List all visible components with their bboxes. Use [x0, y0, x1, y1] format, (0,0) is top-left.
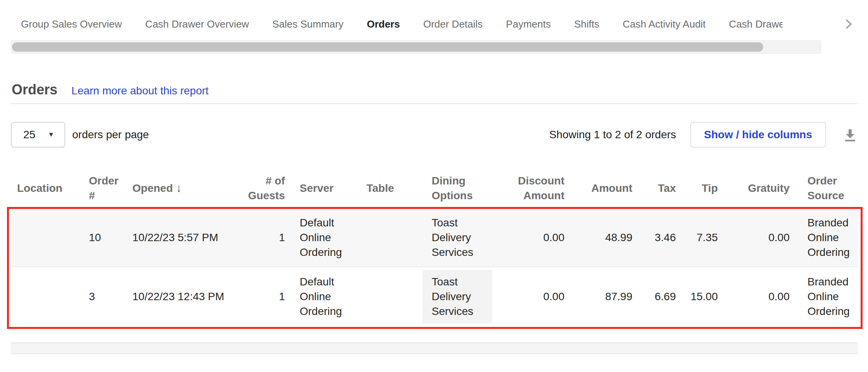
- report-tab-bar: Group Sales Overview Cash Drawer Overvie…: [11, 15, 857, 33]
- cell-table: [361, 267, 404, 326]
- page-title: Orders: [12, 82, 57, 98]
- cell-discount-amount: 0.00: [492, 267, 571, 326]
- col-header-order-source[interactable]: Order Source: [796, 168, 858, 209]
- cell-opened: 10/22/23 5:57 PM: [126, 209, 241, 267]
- tab-sales-summary[interactable]: Sales Summary: [272, 18, 344, 30]
- tab-cash-drawer-overview[interactable]: Cash Drawer Overview: [145, 18, 249, 30]
- cell-discount-amount: 0.00: [492, 209, 571, 267]
- cell-table: [361, 209, 404, 267]
- cell-server: Default Online Ordering: [291, 209, 361, 267]
- col-header-amount[interactable]: Amount: [571, 168, 639, 209]
- learn-more-link[interactable]: Learn more about this report: [71, 85, 208, 97]
- tab-order-details[interactable]: Order Details: [423, 18, 483, 30]
- orders-report-page: Group Sales Overview Cash Drawer Overvie…: [0, 0, 868, 354]
- table-header-row: Location Order # Opened↓ # of Guests Ser…: [11, 168, 858, 209]
- cell-tax: 3.46: [639, 209, 682, 267]
- page-size-suffix-label: orders per page: [72, 129, 149, 141]
- col-header-server[interactable]: Server: [291, 168, 361, 209]
- show-hide-columns-button[interactable]: Show / hide columns: [690, 122, 826, 148]
- chevron-right-icon: [841, 16, 856, 32]
- cell-order-source: Branded Online Ordering: [796, 209, 858, 267]
- orders-table-wrapper: Location Order # Opened↓ # of Guests Ser…: [11, 168, 858, 326]
- cell-tip: 7.35: [682, 209, 724, 267]
- col-header-tip[interactable]: Tip: [682, 168, 724, 209]
- col-header-opened[interactable]: Opened↓: [126, 168, 241, 209]
- table-toolbar: 25 ▼ orders per page Showing 1 to 2 of 2…: [11, 122, 858, 148]
- tab-payments[interactable]: Payments: [506, 18, 551, 30]
- tabs-scroll-right-button[interactable]: [840, 16, 857, 33]
- orders-table: Location Order # Opened↓ # of Guests Ser…: [11, 168, 858, 326]
- highlighted-cell-value: Toast Delivery Services: [422, 270, 492, 323]
- tab-group-sales-overview[interactable]: Group Sales Overview: [21, 18, 122, 30]
- report-tabs: Group Sales Overview Cash Drawer Overvie…: [21, 18, 831, 30]
- cell-tax: 6.69: [639, 267, 682, 326]
- col-header-guests[interactable]: # of Guests: [241, 168, 291, 209]
- table-footer-strip: [11, 342, 858, 354]
- tabs-horizontal-scrollbar[interactable]: [11, 40, 821, 54]
- cell-tip: 15.00: [682, 267, 724, 326]
- cell-dining-options: Toast Delivery Services: [404, 209, 492, 267]
- cell-opened: 10/22/23 12:43 PM: [126, 267, 241, 326]
- cell-location: [11, 209, 83, 267]
- col-header-location[interactable]: Location: [11, 168, 83, 209]
- showing-range-text: Showing 1 to 2 of 2 orders: [549, 129, 676, 141]
- col-header-tax[interactable]: Tax: [639, 168, 682, 209]
- scrollbar-thumb[interactable]: [12, 42, 763, 52]
- cell-amount: 48.99: [571, 209, 639, 267]
- cell-amount: 87.99: [571, 267, 639, 326]
- cell-guests: 1: [241, 209, 291, 267]
- table-row: 3 10/22/23 12:43 PM 1 Default Online Ord…: [11, 267, 858, 326]
- col-header-order-number[interactable]: Order #: [83, 168, 126, 209]
- sort-descending-icon: ↓: [176, 181, 182, 194]
- cell-dining-options: Toast Delivery Services: [404, 267, 492, 326]
- cell-guests: 1: [241, 267, 291, 326]
- header-divider: [11, 103, 858, 104]
- download-icon: [843, 127, 857, 143]
- col-header-opened-label: Opened: [132, 182, 173, 194]
- cell-gratuity: 0.00: [724, 267, 796, 326]
- page-size-select[interactable]: 25 ▼: [11, 122, 65, 148]
- tab-cash-drawer[interactable]: Cash Drawer: [729, 18, 783, 30]
- page-size-value: 25: [23, 129, 35, 141]
- col-header-discount-amount[interactable]: Discount Amount: [492, 168, 571, 209]
- table-row: 10 10/22/23 5:57 PM 1 Default Online Ord…: [11, 209, 858, 267]
- export-button[interactable]: [842, 126, 858, 143]
- tab-cash-activity-audit[interactable]: Cash Activity Audit: [623, 18, 706, 30]
- tab-shifts[interactable]: Shifts: [574, 18, 599, 30]
- caret-down-icon: ▼: [48, 131, 54, 139]
- cell-order-number: 10: [83, 209, 126, 267]
- tab-orders[interactable]: Orders: [367, 18, 400, 30]
- cell-location: [11, 267, 83, 326]
- col-header-gratuity[interactable]: Gratuity: [724, 168, 796, 209]
- cell-gratuity: 0.00: [724, 209, 796, 267]
- col-header-table[interactable]: Table: [361, 168, 404, 209]
- cell-order-source: Branded Online Ordering: [796, 267, 858, 326]
- col-header-dining-options[interactable]: Dining Options: [404, 168, 492, 209]
- cell-server: Default Online Ordering: [291, 267, 361, 326]
- report-header: Orders Learn more about this report: [12, 82, 857, 98]
- cell-order-number: 3: [83, 267, 126, 326]
